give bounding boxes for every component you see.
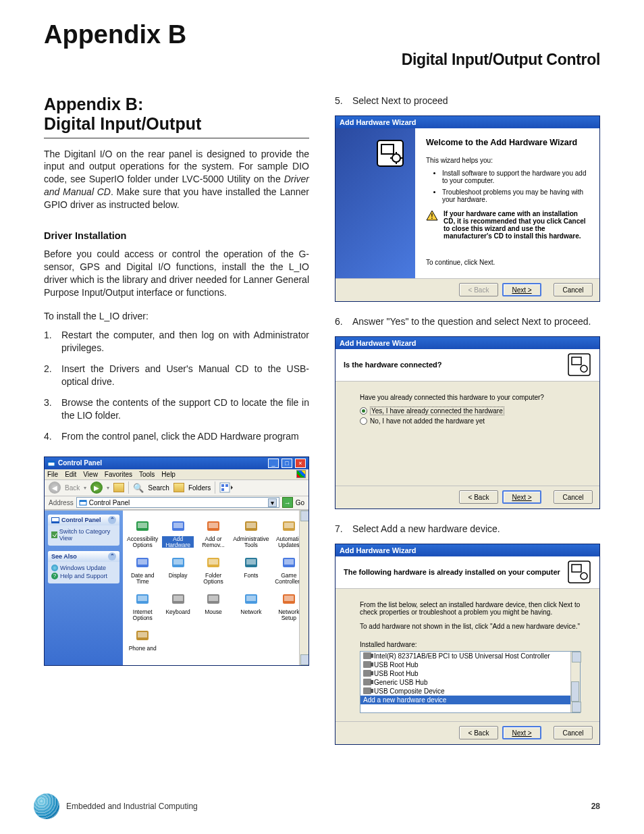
svg-rect-40 xyxy=(284,596,294,601)
hw-device-row[interactable]: Generic USB Hub xyxy=(360,678,580,687)
next-button-1[interactable]: Next > xyxy=(502,283,541,296)
go-button[interactable]: → xyxy=(282,497,293,508)
cp-item-keyboard[interactable]: Keyboard xyxy=(161,589,194,624)
up-folder-button[interactable] xyxy=(113,483,124,492)
cp-item-icon xyxy=(205,554,222,571)
hw-device-row[interactable]: USB Root Hub xyxy=(360,669,580,678)
wizard-footer-1: < Back Next > Cancel xyxy=(336,278,599,301)
cp-item-administrative-tools[interactable]: Administrative Tools xyxy=(232,516,270,551)
cp-item-mouse[interactable]: Mouse xyxy=(196,589,230,624)
cp-item-display[interactable]: Display xyxy=(161,552,194,588)
control-panel-icon xyxy=(47,459,55,467)
help-support-text: Help and Support xyxy=(60,573,107,579)
menu-edit[interactable]: Edit xyxy=(65,471,76,478)
forward-button[interactable]: ▶ xyxy=(90,481,103,494)
wizard-titlebar-1[interactable]: Add Hardware Wizard xyxy=(336,116,599,128)
close-button[interactable]: × xyxy=(295,459,306,468)
cp-item-label: Administrative Tools xyxy=(233,536,269,548)
radio-no[interactable]: No, I have not added the hardware yet xyxy=(360,417,581,425)
page-footer: Embedded and Industrial Computing 28 xyxy=(34,793,600,819)
svg-rect-16 xyxy=(209,523,218,528)
hardware-listbox[interactable]: Intel(R) 82371AB/EB PCI to USB Universal… xyxy=(360,651,581,713)
menu-help[interactable]: Help xyxy=(161,471,176,478)
cp-header-icon xyxy=(51,516,59,524)
cp-item-add-hardware[interactable]: Add Hardware xyxy=(161,516,194,551)
back-button-2[interactable]: < Back xyxy=(459,490,498,504)
wizard-page-head-2: Is the hardware connected? xyxy=(336,349,599,382)
appendix-title: Appendix B xyxy=(44,20,600,49)
cp-item-folder-options[interactable]: Folder Options xyxy=(196,552,230,588)
search-label[interactable]: Search xyxy=(148,484,169,492)
listbox-scrollbar[interactable] xyxy=(570,652,580,712)
menu-view[interactable]: View xyxy=(83,471,98,478)
svg-rect-1 xyxy=(48,461,55,463)
minimize-button[interactable]: _ xyxy=(268,459,279,468)
radio-no-input[interactable] xyxy=(360,417,367,425)
hw-device-label: Generic USB Hub xyxy=(374,679,427,686)
address-combo[interactable]: Control Panel ▾ xyxy=(76,497,279,508)
sidebar: Control Panel ⌃ Switch to Category View … xyxy=(45,511,123,665)
svg-rect-24 xyxy=(173,559,183,565)
go-label: Go xyxy=(296,499,304,506)
radio-yes[interactable]: Yes, I have already connected the hardwa… xyxy=(360,407,581,415)
windows-update-link[interactable]: Windows Update xyxy=(51,565,116,571)
hardware-wizard-icon xyxy=(376,139,404,167)
help-support-link[interactable]: ? Help and Support xyxy=(51,573,116,579)
address-bar: Address Control Panel ▾ → Go xyxy=(45,496,308,510)
cp-item-icon xyxy=(242,590,260,608)
windows-update-text: Windows Update xyxy=(60,565,106,571)
wizard-titlebar-2[interactable]: Add Hardware Wizard xyxy=(336,337,599,349)
back-button-3[interactable]: < Back xyxy=(459,726,498,739)
collapse-icon-2[interactable]: ⌃ xyxy=(108,552,116,561)
windows-flag-icon xyxy=(296,470,306,478)
cancel-button-2[interactable]: Cancel xyxy=(554,490,593,504)
menu-file[interactable]: File xyxy=(47,471,58,478)
cp-item-phone-and[interactable]: Phone and xyxy=(126,625,159,660)
collapse-icon[interactable]: ⌃ xyxy=(108,516,116,524)
back-button[interactable]: ◀ xyxy=(49,481,61,494)
svg-rect-12 xyxy=(138,523,147,528)
next-button-3[interactable]: Next > xyxy=(502,726,541,739)
install-steps: Restart the computer, and then log on wi… xyxy=(44,329,309,442)
sidebar-card-2-header[interactable]: See Also ⌃ xyxy=(48,551,119,562)
toolbar: ◀ Back ▾ ▶ ▾ 🔍 Search Folders xyxy=(45,480,308,496)
window-titlebar[interactable]: Control Panel _ □ × xyxy=(45,457,308,469)
svg-rect-20 xyxy=(284,523,294,528)
cp-item-fonts[interactable]: Fonts xyxy=(232,552,270,588)
menu-favorites[interactable]: Favorites xyxy=(105,471,132,478)
sidebar-card-1: Control Panel ⌃ Switch to Category View xyxy=(48,515,119,546)
hw-device-row[interactable]: USB Root Hub xyxy=(360,660,580,669)
menu-tools[interactable]: Tools xyxy=(139,471,155,478)
wizard-titlebar-3[interactable]: Add Hardware Wizard xyxy=(336,544,599,556)
wizard-bullet-2: Troubleshoot problems you may be having … xyxy=(442,188,589,203)
scrollbar[interactable] xyxy=(299,511,308,665)
switch-category-link[interactable]: Switch to Category View xyxy=(51,528,116,542)
sidebar-card-1-header[interactable]: Control Panel ⌃ xyxy=(48,515,119,525)
cp-item-date-and-time[interactable]: Date and Time xyxy=(126,552,159,588)
cp-item-accessibility-options[interactable]: Accessibility Options xyxy=(126,516,159,551)
wizard-warning: ! If your hardware came with an installa… xyxy=(426,210,589,240)
intro-text-a: The Digitanl I/O on the rear panel is de… xyxy=(44,149,309,185)
scrollbar-thumb[interactable] xyxy=(571,681,579,702)
wizard-footer-3: < Back Next > Cancel xyxy=(336,721,599,744)
step-6: Answer "Yes" to the question and select … xyxy=(335,315,600,328)
step-3: Browse the contents of the support CD to… xyxy=(44,396,309,422)
hw-device-row[interactable]: Add a new hardware device xyxy=(360,696,580,704)
maximize-button[interactable]: □ xyxy=(281,459,292,468)
folders-label[interactable]: Folders xyxy=(188,484,211,492)
views-button[interactable] xyxy=(219,482,233,493)
cp-item-internet-options[interactable]: Internet Options xyxy=(126,589,159,624)
svg-rect-14 xyxy=(173,523,183,528)
cp-item-network[interactable]: Network xyxy=(232,589,270,624)
hw-device-row[interactable]: USB Composite Device xyxy=(360,687,580,696)
step-4: From the control panel, click the ADD Ha… xyxy=(44,430,309,443)
cp-item-add-or-remov-[interactable]: Add or Remov... xyxy=(196,516,230,551)
address-dropdown[interactable]: ▾ xyxy=(268,498,277,507)
cancel-button-1[interactable]: Cancel xyxy=(554,283,593,296)
hw-device-row[interactable]: Intel(R) 82371AB/EB PCI to USB Universal… xyxy=(360,652,580,660)
cp-item-icon xyxy=(169,517,187,535)
step-1: Restart the computer, and then log on wi… xyxy=(44,329,309,355)
cancel-button-3[interactable]: Cancel xyxy=(554,726,593,739)
next-button-2[interactable]: Next > xyxy=(502,490,541,504)
radio-yes-input[interactable] xyxy=(360,407,367,415)
